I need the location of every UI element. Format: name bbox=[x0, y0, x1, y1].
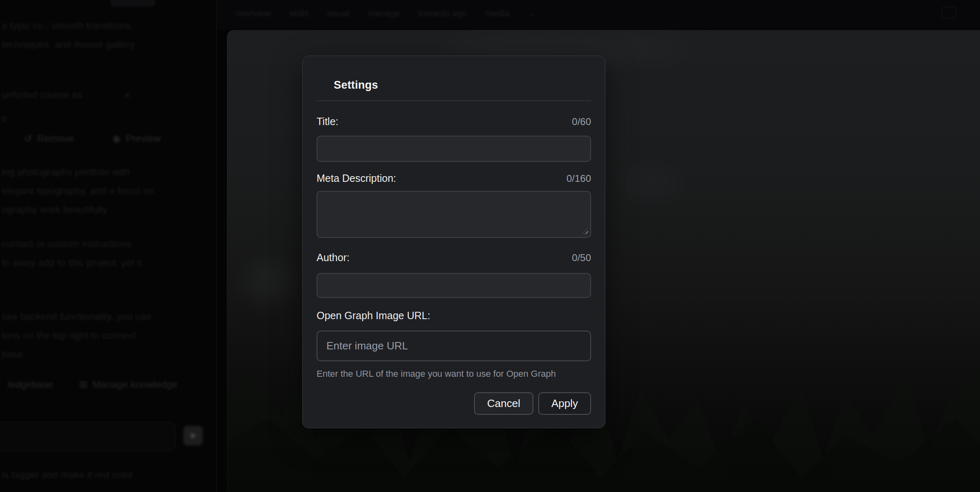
chat-message-line: base bbox=[2, 345, 23, 364]
chat-message-line: a typic co., smooth transitions bbox=[2, 16, 131, 35]
author-input[interactable] bbox=[317, 273, 591, 298]
send-icon[interactable]: ➤ bbox=[183, 426, 203, 445]
remove-button-label: Remove bbox=[37, 133, 74, 144]
attachment-row: unfurled course as × bbox=[2, 89, 206, 101]
cancel-button[interactable]: Cancel bbox=[474, 392, 533, 415]
meta-description-textarea[interactable] bbox=[317, 191, 591, 238]
topbar-item[interactable]: skills bbox=[289, 8, 309, 19]
remove-button[interactable]: ↺ Remove bbox=[16, 129, 81, 148]
manage-knowledge-label: Manage knowledge bbox=[92, 379, 178, 390]
eye-icon: ◉ bbox=[112, 133, 121, 144]
chat-input[interactable] bbox=[0, 422, 176, 451]
knowledgebase-button-label: ledgebase bbox=[8, 379, 53, 390]
dim-content-blob bbox=[620, 169, 681, 198]
dialog-title: Settings bbox=[334, 79, 591, 92]
topbar-item[interactable]: overview bbox=[236, 8, 271, 19]
og-image-url-label: Open Graph Image URL: bbox=[317, 310, 430, 322]
attachment-sub-label: p bbox=[2, 113, 7, 123]
title-char-counter: 0/60 bbox=[572, 116, 591, 127]
chat-message-line: contact or custom instructions bbox=[2, 235, 131, 253]
knowledge-button-row: ledgebase ⊞ Manage knowledge bbox=[0, 375, 185, 394]
og-image-url-input[interactable] bbox=[317, 331, 591, 361]
divider bbox=[317, 101, 591, 101]
topbar: overview skills visual manage towards ag… bbox=[217, 0, 980, 29]
title-input[interactable] bbox=[317, 136, 591, 162]
preview-button[interactable]: ◉ Preview bbox=[104, 129, 168, 148]
topbar-item[interactable]: manage bbox=[368, 8, 400, 19]
message-action-row: ↺ Remove ◉ Preview bbox=[16, 129, 169, 148]
dialog-footer: Cancel Apply bbox=[317, 392, 591, 415]
topbar-item[interactable]: towards ago bbox=[418, 8, 467, 19]
close-icon[interactable]: × bbox=[124, 89, 130, 102]
apply-button[interactable]: Apply bbox=[538, 392, 591, 415]
title-field-label: Title: bbox=[317, 116, 338, 127]
undo-icon: ↺ bbox=[24, 133, 32, 144]
grid-icon: ⊞ bbox=[79, 379, 88, 390]
author-field-label: Author: bbox=[317, 252, 350, 264]
chat-message-line: is bigger and make it red color bbox=[2, 469, 133, 481]
chat-message-line: elegant typography, and a focus on bbox=[2, 181, 154, 200]
topbar-item[interactable]: media bbox=[485, 8, 510, 19]
dim-content-blob bbox=[244, 259, 289, 304]
og-image-helper-text: Enter the URL of the image you want to u… bbox=[317, 369, 591, 379]
chat-message-line: see backend functionality, you can bbox=[2, 307, 151, 326]
chat-message-line: ing photographs portfolio with bbox=[2, 163, 130, 181]
topbar-right-icon[interactable] bbox=[942, 7, 956, 19]
author-char-counter: 0/50 bbox=[572, 252, 591, 264]
attachment-label: unfurled course as bbox=[2, 89, 82, 100]
preview-button-label: Preview bbox=[126, 133, 160, 144]
knowledgebase-button[interactable]: ledgebase bbox=[0, 375, 61, 394]
chevron-down-icon[interactable]: ⌄ bbox=[528, 8, 535, 19]
chat-message-line: to away add to this project, yet it bbox=[2, 253, 142, 272]
topbar-item[interactable]: visual bbox=[326, 8, 349, 19]
meta-description-char-counter: 0/160 bbox=[566, 173, 591, 184]
topbar-menu: overview skills visual manage towards ag… bbox=[236, 8, 535, 19]
settings-dialog: Settings Title: 0/60 Meta Description: 0… bbox=[302, 56, 605, 428]
sidebar-top-pill bbox=[110, 0, 155, 7]
chat-message-line: tons on the top right to connect bbox=[2, 326, 137, 345]
chat-message-line: ography work beautifully bbox=[2, 200, 108, 219]
manage-knowledge-button[interactable]: ⊞ Manage knowledge bbox=[72, 375, 185, 394]
chat-sidebar: a typic co., smooth transitions techniqu… bbox=[0, 0, 217, 492]
chat-message-line: techniques, and mouse gallery bbox=[2, 35, 135, 54]
meta-description-label: Meta Description: bbox=[317, 172, 396, 184]
